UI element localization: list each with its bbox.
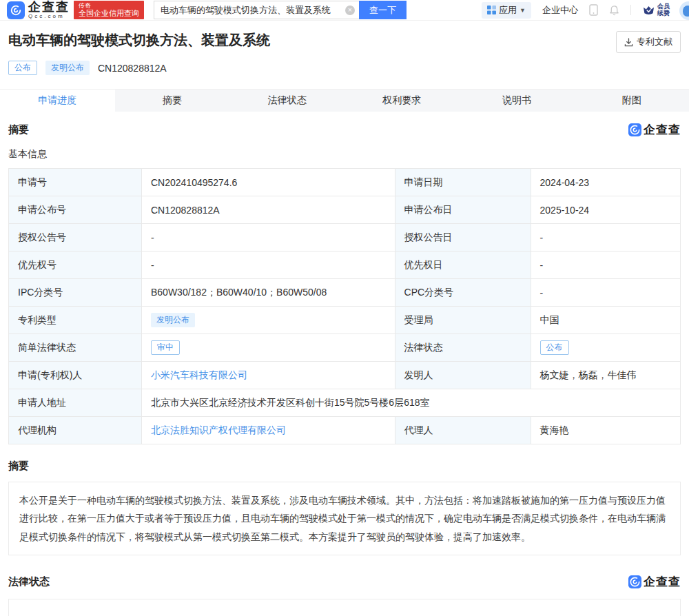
brand-text: 企查查 Qcc.com: [28, 1, 70, 19]
table-row: 代理机构北京法胜知识产权代理有限公司代理人黄海艳: [9, 417, 681, 444]
field-value: 中国: [531, 307, 680, 334]
section-title-legal-status: 法律状态: [8, 575, 50, 588]
basic-info-title: 基本信息: [8, 148, 681, 161]
qcc-watermark-text: 企查查: [644, 122, 681, 138]
vip-renew-button[interactable]: 会员 续费: [642, 3, 670, 17]
field-label: 受理局: [395, 307, 531, 334]
qcc-watermark: 企查查: [628, 122, 681, 138]
field-label: 申请公布日: [395, 196, 531, 224]
qcc-logo-icon: [7, 1, 25, 19]
basic-info-table-body: 申请号CN202410495274.6申请日期2024-04-23申请公布号CN…: [9, 169, 681, 444]
field-label: 申请日期: [395, 169, 531, 196]
download-icon: [624, 38, 633, 47]
field-value: -: [531, 279, 680, 307]
section-title-abstract: 摘要: [8, 123, 29, 136]
qcc-watermark-icon: [628, 123, 641, 136]
field-label: 代理人: [395, 417, 531, 444]
badge-line2: 全国企业信用查询: [79, 9, 139, 18]
field-value: CN120828812A: [142, 196, 395, 224]
field-label: 专利类型: [9, 307, 142, 334]
qcc-logo[interactable]: 企查查 Qcc.com 传奇 全国企业信用查询: [7, 1, 144, 19]
field-label: 申请号: [9, 169, 142, 196]
table-row: 申请公布号CN120828812A申请公布日2025-10-24: [9, 196, 681, 224]
brand-domain: Qcc.com: [28, 14, 70, 19]
abstract-block-title: 摘要: [8, 460, 681, 473]
field-label: 代理机构: [9, 417, 142, 444]
basic-info-table: 申请号CN202410495274.6申请日期2024-04-23申请公布号CN…: [8, 168, 681, 444]
field-value: 发明公布: [142, 307, 395, 334]
qcc-watermark-icon: [628, 575, 641, 588]
field-value: 2025-10-24: [531, 196, 680, 224]
tab-申请进度[interactable]: 申请进度: [0, 90, 115, 112]
tab-附图[interactable]: 附图: [574, 90, 689, 112]
field-value: 审中: [142, 334, 395, 362]
field-label: IPC分类号: [9, 279, 142, 307]
company-link[interactable]: 北京法胜知识产权代理有限公司: [151, 424, 286, 435]
clear-search-icon[interactable]: ×: [345, 6, 355, 15]
company-link[interactable]: 小米汽车科技有限公司: [151, 369, 247, 380]
apps-label: 应用: [499, 4, 517, 17]
enterprise-center-link[interactable]: 企业中心: [542, 4, 578, 17]
field-value: 2024-04-23: [531, 169, 680, 196]
apps-grid-icon: [487, 6, 496, 14]
field-value: CN202410495274.6: [142, 169, 395, 196]
field-label: 申请人地址: [9, 389, 142, 417]
field-label: 法律状态: [395, 334, 531, 362]
field-label: 授权公告号: [9, 224, 142, 251]
avatar-figure: [683, 6, 689, 17]
field-value: 小米汽车科技有限公司: [142, 362, 395, 389]
patent-type-tag: 发明公布: [45, 61, 90, 75]
mobile-phone-icon[interactable]: [589, 4, 598, 16]
notification-bell-icon[interactable]: [609, 5, 619, 16]
table-row: 简单法律状态审中法律状态公布: [9, 334, 681, 362]
search-box[interactable]: ×: [154, 1, 359, 19]
search-input[interactable]: [161, 5, 345, 15]
field-value: -: [142, 251, 395, 279]
table-row: 申请人地址北京市大兴区北京经济技术开发区科创十街15号院5号楼6层618室: [9, 389, 681, 417]
tab-说明书[interactable]: 说明书: [460, 90, 575, 112]
table-row: 优先权号-优先权日-: [9, 251, 681, 279]
tab-法律状态[interactable]: 法律状态: [229, 90, 344, 112]
field-label: 申请(专利权)人: [9, 362, 142, 389]
field-label: 发明人: [395, 362, 531, 389]
topnav: 应用 ▼ 企业中心 会员 续费: [482, 2, 689, 19]
status-tag: 发明公布: [151, 313, 195, 327]
status-tag: 审中: [151, 340, 180, 355]
field-value: 北京法胜知识产权代理有限公司: [142, 417, 395, 444]
tab-摘要[interactable]: 摘要: [115, 90, 230, 112]
status-tag: 公布: [540, 340, 569, 355]
vip-crown-icon: [642, 5, 655, 16]
apps-menu[interactable]: 应用 ▼: [482, 2, 531, 19]
field-value: -: [531, 224, 680, 251]
topbar-divider: [630, 5, 631, 15]
table-row: 专利类型发明公布受理局中国: [9, 307, 681, 334]
search-button[interactable]: 查一下: [359, 1, 407, 19]
table-row: 授权公告号-授权公告日-: [9, 224, 681, 251]
doc-button-label: 专利文献: [637, 36, 672, 48]
badge-line1: 传奇: [79, 2, 139, 9]
brand-slogan-badge: 传奇 全国企业信用查询: [74, 1, 144, 19]
search-group: × 查一下: [154, 1, 407, 19]
field-label: 简单法律状态: [9, 334, 142, 362]
field-label: 申请公布号: [9, 196, 142, 224]
field-label: 授权公告日: [395, 224, 531, 251]
tab-权利要求[interactable]: 权利要求: [344, 90, 460, 112]
chevron-down-icon: ▼: [520, 7, 526, 14]
field-value: -: [142, 224, 395, 251]
field-value: 杨文婕，杨磊，牛佳伟: [531, 362, 680, 389]
topbar: 企查查 Qcc.com 传奇 全国企业信用查询 × 查一下 应用 ▼ 企业中心: [0, 0, 689, 21]
publication-number: CN120828812A: [98, 63, 167, 74]
field-label: 优先权号: [9, 251, 142, 279]
field-value: B60W30/182；B60W40/10；B60W50/08: [142, 279, 395, 307]
field-label: CPC分类号: [395, 279, 531, 307]
vip-label-line2: 续费: [657, 10, 670, 17]
status-tag-publication: 公布: [8, 61, 37, 75]
legal-status-timeline: 2025-10-24公布: [8, 599, 681, 616]
patent-document-button[interactable]: 专利文献: [616, 31, 681, 53]
brand-name: 企查查: [28, 1, 70, 13]
tab-bar: 申请进度摘要法律状态权利要求说明书附图: [0, 89, 689, 112]
qcc-watermark-2: 企查查: [628, 574, 681, 590]
field-value: -: [531, 251, 680, 279]
field-label: 优先权日: [395, 251, 531, 279]
abstract-text: 本公开是关于一种电动车辆的驾驶模式切换方法、装置及系统，涉及电动车辆技术领域。其…: [8, 482, 681, 555]
